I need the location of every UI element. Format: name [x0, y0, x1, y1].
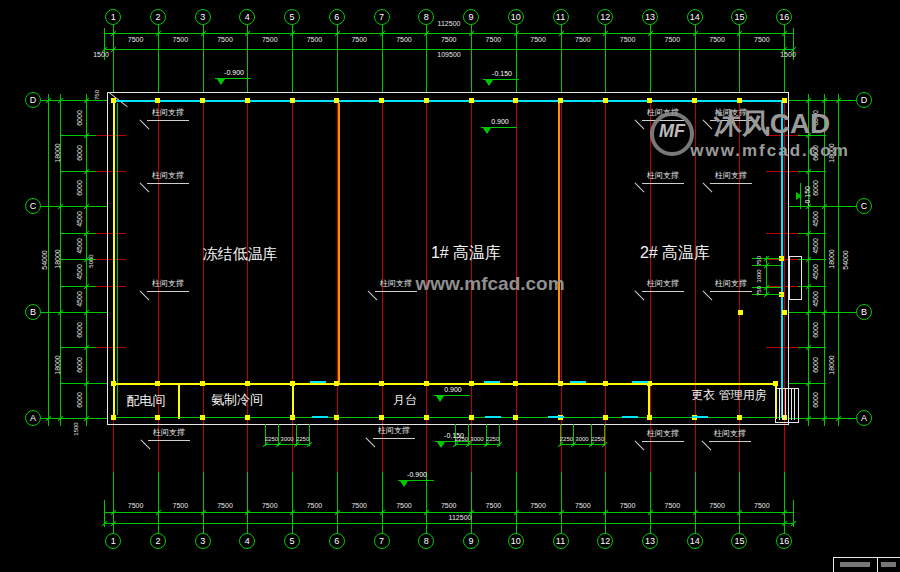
grid-bubble: 6: [329, 9, 345, 25]
column-marker: [334, 98, 339, 103]
dim-label: 2250: [265, 436, 278, 442]
dim-label: 7500: [709, 502, 725, 509]
grid-bubble: 11: [553, 9, 569, 25]
stair-tread: [782, 389, 783, 420]
watermark-brand: 沐风CAD: [714, 110, 831, 138]
column-marker: [469, 98, 474, 103]
dim-label: 7500: [217, 502, 233, 509]
dim-label: 4500: [812, 212, 819, 228]
dim-label: 4500: [812, 238, 819, 254]
leader-line: [635, 441, 645, 451]
grid-bubble: 7: [374, 9, 390, 25]
leader-line: [642, 441, 684, 442]
column-marker: [603, 381, 608, 386]
grid-line: [41, 100, 107, 101]
column-marker: [200, 381, 205, 386]
level-triangle-icon: [485, 80, 493, 86]
grid-bubble: A: [25, 410, 41, 426]
grid-bubble: 13: [642, 533, 658, 549]
stair-tread: [785, 389, 786, 420]
door-dash: [692, 416, 708, 418]
cad-drawing-canvas: 7500750075007500750075007500750075007500…: [0, 0, 900, 572]
door-dash: [548, 416, 564, 418]
column-marker: [245, 98, 250, 103]
title-block-text-blur: [840, 562, 870, 567]
dim-label: 6000: [812, 357, 819, 373]
level-value: -0.150: [444, 432, 464, 439]
column-marker: [603, 98, 608, 103]
title-block-border: [833, 557, 900, 558]
leader-line: [375, 291, 417, 292]
column-marker: [379, 98, 384, 103]
grid-bubble: 10: [508, 533, 524, 549]
dim-label: 7500: [709, 36, 725, 43]
column-marker: [773, 381, 778, 386]
grid-line: [41, 312, 107, 313]
leader-line: [147, 183, 189, 184]
grid-bubble: 16: [776, 9, 792, 25]
column-marker: [424, 381, 429, 386]
door-bump: [789, 256, 802, 300]
dim-label: 7500: [620, 36, 636, 43]
leader-line: [148, 440, 190, 441]
dim-label: 6000: [812, 181, 819, 197]
dim-label: 7500: [128, 36, 144, 43]
dim-label: 2250: [296, 436, 309, 442]
door-dash: [622, 416, 638, 418]
room-label: 更衣 管理用房: [691, 389, 766, 401]
dim-label: 4500: [812, 265, 819, 281]
grid-bubble: 1: [105, 533, 121, 549]
grid-bubble: 4: [239, 533, 255, 549]
dim-label: 7500: [441, 502, 457, 509]
grid-bubble: 4: [239, 9, 255, 25]
dim-label: 7500: [575, 36, 591, 43]
leader-line: [710, 291, 752, 292]
level-value: 0.900: [444, 386, 462, 393]
dim-label: 1500: [780, 51, 796, 58]
dim-label: 6000: [76, 322, 83, 338]
dim-label: 7500: [754, 502, 770, 509]
column-marker: [647, 381, 652, 386]
grid-line: [793, 500, 794, 527]
dim-label: 7500: [754, 36, 770, 43]
wall-left: [113, 100, 115, 418]
dim-label: 7500: [530, 36, 546, 43]
grid-line: [41, 206, 107, 207]
column-marker: [334, 415, 339, 420]
dim-label: 2250: [591, 436, 604, 442]
column-marker: [155, 98, 160, 103]
bracing-label: 柱间支撑: [152, 109, 184, 117]
dim-label: 2250: [560, 436, 573, 442]
level-triangle-icon: [400, 481, 408, 487]
grid-line: [560, 444, 605, 445]
dim-label: 7500: [665, 502, 681, 509]
grid-bubble: 9: [463, 9, 479, 25]
dim-label: 6000: [76, 181, 83, 197]
grid-bubble: 3: [195, 533, 211, 549]
room-label: 配电间: [127, 394, 166, 407]
grid-bubble: 1: [105, 9, 121, 25]
leader-line: [141, 440, 151, 450]
column-marker: [379, 381, 384, 386]
grid-bubble: 12: [597, 533, 613, 549]
leader-line: [702, 441, 712, 451]
column-marker: [245, 415, 250, 420]
column-marker: [692, 98, 697, 103]
grid-bubble: 11: [553, 533, 569, 549]
door-dash: [310, 381, 326, 383]
dim-label: 7500: [530, 502, 546, 509]
dim-label: 4500: [76, 291, 83, 307]
dim-label: 1500: [93, 51, 109, 58]
dim-label: 1500: [73, 422, 79, 435]
dim-label: 4500: [76, 238, 83, 254]
dim-label: 3000: [280, 436, 293, 442]
grid-line: [247, 24, 248, 93]
level-triangle-icon: [483, 128, 491, 134]
column-marker: [558, 381, 563, 386]
column-marker: [738, 310, 743, 315]
bracing-label: 柱间支撑: [714, 430, 746, 438]
grid-bubble: 16: [776, 533, 792, 549]
dim-label: 7500: [262, 502, 278, 509]
dim-label: 7500: [262, 36, 278, 43]
annex-wall: [113, 383, 775, 385]
